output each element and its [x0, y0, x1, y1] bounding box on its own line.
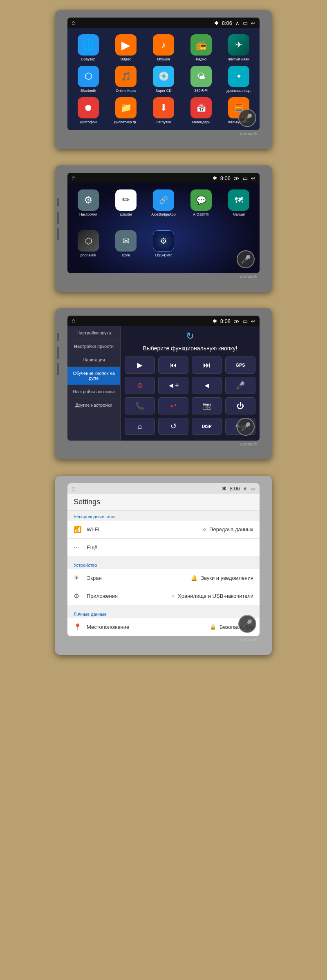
app-filemanager[interactable]: 📁 Диспетчер ф.. [109, 97, 143, 125]
expand-icon[interactable]: ∧ [235, 20, 240, 26]
mic-button[interactable]: 🎤 [225, 377, 255, 394]
app-weather[interactable]: 🌤 360天气 [184, 66, 218, 93]
uninstall-label: деинсталляц.. [226, 89, 251, 93]
status-bar-1: ⌂ ✱ 8:06 ∧ ▭ ↩ [67, 18, 260, 28]
play-button[interactable]: ▶ [125, 356, 155, 374]
app-recorder[interactable]: ⏺ Диктофон [72, 97, 105, 125]
location-item[interactable]: 📍 Местоположение 🔒 Безопасность [67, 618, 260, 636]
aios-icon: 💬 [190, 189, 212, 211]
vol-up-button[interactable]: ◄+ [158, 377, 188, 394]
bluetooth-icon-2: ✱ [213, 175, 217, 181]
weather-label: 360天气 [194, 89, 208, 93]
phonelink-label: phonelink [81, 253, 96, 258]
wifi-item[interactable]: 📶 Wi-Fi ○ Передача данных [67, 521, 260, 539]
app-music[interactable]: ♪ Музыка [147, 34, 180, 62]
apps-label: Приложения [87, 593, 171, 599]
settings-title: Settings [67, 494, 260, 511]
content-title: Выберите функциональную кнопку! [125, 345, 255, 352]
navi-label: чистый нави [228, 57, 249, 62]
bluetooth-icon-4: ✱ [222, 486, 226, 492]
phone-button[interactable]: 📞 [125, 397, 155, 414]
watermark-1: carmitek [67, 130, 260, 137]
app-phonelink[interactable]: ⬡ phonelink [72, 230, 105, 267]
bluetooth-icon-3: ✱ [213, 318, 217, 324]
app-video[interactable]: ▶ Видео [109, 34, 143, 62]
phone-back-button[interactable]: ↩ [158, 397, 188, 414]
apps-icon: ⚙ [74, 592, 87, 600]
manual-icon: 🗺 [228, 189, 249, 211]
next-track-button[interactable]: ⏭ [192, 356, 222, 374]
more-label: Ещё [87, 544, 253, 550]
window-icon-3[interactable]: ▭ [243, 318, 248, 324]
screen3-panel: ⌂ ✱ 8:08 ≫ ▭ ↩ Настройки звука Настройки… [67, 316, 260, 441]
prev-track-button[interactable]: ⏮ [158, 356, 188, 374]
back-icon-2[interactable]: ↩ [251, 175, 255, 181]
app-settings[interactable]: ⚙ Настройки [72, 189, 105, 226]
undo-btn[interactable]: ↺ [158, 418, 188, 435]
side-buttons [57, 198, 59, 241]
sidebar-item-sound[interactable]: Настройки звука [67, 326, 120, 340]
expand-icon-2[interactable]: ≫ [234, 175, 240, 181]
window-icon[interactable]: ▭ [243, 20, 248, 26]
back-icon-3[interactable]: ↩ [251, 318, 255, 324]
app-usbdvr[interactable]: ⚙ USB-DVR [147, 230, 180, 267]
app-downloads[interactable]: ⬇ Загрузки [147, 97, 180, 125]
home-icon-3[interactable]: ⌂ [72, 317, 76, 325]
more-item[interactable]: ··· Ещё [67, 539, 260, 556]
app-manual[interactable]: 🗺 Manual [222, 189, 255, 226]
gps-button[interactable]: GPS [225, 356, 255, 374]
app-aios[interactable]: 💬 AIOS信任 [184, 189, 218, 226]
sidebar-menu: Настройки звука Настройки яркости Навига… [67, 326, 121, 441]
function-button-grid: ▶ ⏮ ⏭ GPS ⊘ ◄+ ◄ 🎤 📞 ↩ 📷 ⏻ ⌂ ↺ [125, 356, 255, 435]
onlinemusic-label: OnlineMusic [116, 89, 136, 93]
status-bar-3: ⌂ ✱ 8:08 ≫ ▭ ↩ [67, 316, 260, 326]
home-btn[interactable]: ⌂ [125, 418, 155, 435]
wifi-icon: 📶 [74, 526, 87, 533]
app-aiosbridge[interactable]: 🔗 AiosBridgeApp [147, 189, 180, 226]
time-display: 8:06 [222, 20, 232, 26]
app-radio[interactable]: 📻 Радио [184, 34, 218, 62]
data-transfer-icon: ○ [203, 526, 206, 532]
refresh-icon[interactable]: ↻ [125, 330, 255, 342]
supercd-label: Super CD [155, 89, 172, 93]
app-onlinemusic[interactable]: 🎵 OnlineMusic [109, 66, 143, 93]
camera-button[interactable]: 📷 [192, 397, 222, 414]
disp-button[interactable]: DISP [192, 418, 222, 435]
app-bluetooth[interactable]: ⬡ Bluetooth [72, 66, 105, 93]
radio-label: Радио [196, 57, 206, 62]
settings-icon: ⚙ [78, 189, 99, 211]
back-icon[interactable]: ↩ [251, 20, 255, 26]
home-icon-2[interactable]: ⌂ [72, 174, 76, 182]
back-circle-button[interactable]: ⊘ [125, 377, 155, 394]
app-adapter[interactable]: ✏ adapter [109, 189, 143, 226]
app-browser[interactable]: 🌐 Браузер [72, 34, 105, 62]
sidebar-item-steering[interactable]: Обучение кнопок на руле [67, 367, 120, 385]
screen-item[interactable]: ☀ Экран 🔔 Звуки и уведомления [67, 569, 260, 587]
status-bar-2: ⌂ ✱ 8:06 ≫ ▭ ↩ [67, 173, 260, 183]
adapter-icon: ✏ [115, 189, 137, 211]
expand-icon-3[interactable]: ≫ [234, 318, 240, 324]
watermark-2: carmitek [67, 273, 260, 280]
notifications-icon: 🔔 [191, 575, 197, 581]
bluetooth-label: Bluetooth [81, 89, 96, 93]
storage-icon: ≡ [171, 593, 175, 599]
sidebar-item-other[interactable]: Другие настройки [67, 399, 120, 412]
divider-2 [67, 605, 260, 608]
window-icon-4[interactable]: ▭ [251, 486, 255, 492]
home-icon-4[interactable]: ⌂ [72, 485, 76, 492]
app-supercd[interactable]: 💿 Super CD [147, 66, 180, 93]
sidebar-item-logo[interactable]: Настройки логотипа [67, 385, 120, 399]
sidebar-item-navigation[interactable]: Навигация [67, 353, 120, 367]
expand-icon-4[interactable]: ∧ [243, 486, 247, 492]
app-calendar[interactable]: 📅 Календарь [184, 97, 218, 125]
sidebar-item-brightness[interactable]: Настройки яркости [67, 340, 120, 353]
back-arrow-button[interactable]: ◄ [192, 377, 222, 394]
app-uninstall[interactable]: ✦ деинсталляц.. [222, 66, 255, 93]
window-icon-2[interactable]: ▭ [243, 175, 248, 181]
home-icon[interactable]: ⌂ [72, 19, 76, 27]
section-wireless: Беспроводные сети [67, 511, 260, 521]
app-store[interactable]: ✉ store [109, 230, 143, 267]
apps-item[interactable]: ⚙ Приложения ≡ Хранилище и USB-накопител… [67, 587, 260, 605]
app-navi[interactable]: ✈ чистый нави [222, 34, 255, 62]
power-button[interactable]: ⏻ [225, 397, 255, 414]
